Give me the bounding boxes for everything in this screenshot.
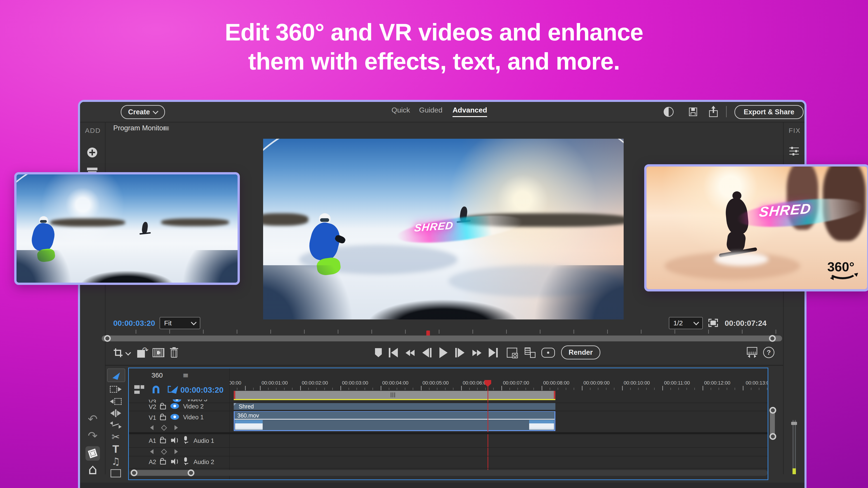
track-header-v1[interactable]: V1 Video 1	[129, 411, 229, 432]
text-tool[interactable]: T	[107, 444, 124, 454]
mic-icon[interactable]	[182, 435, 189, 445]
timeline-lanes: :00:0000:00:01:0000:00:02:0000:00:03:000…	[230, 380, 768, 480]
help-icon[interactable]: ?	[763, 346, 775, 359]
h-zoom-handle-right[interactable]	[188, 469, 194, 476]
track-header-v2[interactable]: V2 Video 2	[129, 402, 229, 411]
fast-forward-icon[interactable]	[471, 348, 483, 358]
add-keyframe-icon[interactable]	[160, 449, 167, 455]
export-share-button[interactable]: Export & Share	[735, 105, 804, 119]
adjustments-sliders-icon[interactable]	[789, 146, 800, 156]
work-area-bar[interactable]	[234, 391, 555, 399]
snap-magnet-icon[interactable]	[151, 384, 161, 395]
track-header-a1[interactable]: A1 Audio 1	[129, 434, 229, 447]
meter-handle[interactable]	[791, 422, 797, 425]
h-zoom-handle-left[interactable]	[131, 469, 137, 476]
home-icon[interactable]: ⌂	[86, 462, 99, 476]
save-icon[interactable]	[688, 106, 699, 117]
prev-keyframe-icon[interactable]	[148, 449, 155, 455]
rewind-icon[interactable]	[404, 348, 416, 358]
render-button[interactable]: Render	[561, 346, 600, 359]
panel-menu-icon[interactable]: ≡	[163, 124, 170, 133]
add-media-icon[interactable]	[87, 147, 98, 158]
prev-keyframe-icon[interactable]	[148, 425, 155, 431]
chevron-down-icon	[153, 108, 158, 114]
rotate-icon[interactable]: ↷	[136, 347, 149, 359]
contrast-icon[interactable]	[663, 106, 674, 117]
track-header-v3[interactable]: V3 Video 3	[129, 399, 229, 402]
timeline-timecode[interactable]: 00:00:03:20	[180, 385, 223, 394]
eye-icon[interactable]	[173, 399, 181, 402]
eye-icon[interactable]	[170, 414, 179, 420]
go-to-start-icon[interactable]	[387, 347, 400, 358]
track-select-left-tool[interactable]	[107, 396, 124, 407]
play-icon[interactable]	[438, 347, 448, 358]
nadir-vignette	[17, 250, 238, 283]
next-keyframe-icon[interactable]	[173, 425, 180, 431]
selection-follows-playhead-icon[interactable]	[167, 384, 179, 395]
ruler-tick-label: 00:00:12:00	[704, 380, 730, 386]
timeline-ruler[interactable]: :00:0000:00:01:0000:00:02:0000:00:03:000…	[230, 380, 768, 390]
timeline-h-scrollbar[interactable]	[129, 470, 768, 476]
timeline-v-scrollbar[interactable]	[770, 408, 775, 440]
frame-back-icon[interactable]	[421, 347, 433, 358]
view-page-select[interactable]: 1/2	[669, 317, 703, 329]
zoom-level-select[interactable]: Fit	[160, 317, 200, 329]
create-button[interactable]: Create	[121, 105, 165, 119]
playhead-line[interactable]	[488, 380, 488, 470]
undo-icon[interactable]: ↶	[86, 413, 99, 425]
add-marker-icon[interactable]	[374, 347, 383, 358]
lock-icon[interactable]	[160, 416, 166, 420]
lock-icon[interactable]	[160, 460, 166, 464]
timeline-tab-360[interactable]: 360	[151, 371, 163, 379]
frame-forward-icon[interactable]	[454, 347, 466, 358]
shape-tool[interactable]	[107, 468, 124, 479]
mic-icon[interactable]	[182, 457, 189, 466]
crop-options-chevron-icon[interactable]	[124, 350, 132, 357]
track-id: V2	[149, 403, 156, 411]
monitor-seek-bar[interactable]	[102, 335, 782, 341]
headline-line1: Edit 360° and VR videos and enhance	[0, 18, 868, 47]
create-clip-icon[interactable]	[524, 347, 537, 359]
lock-icon[interactable]	[160, 439, 166, 443]
clip-shred-label: Shred	[234, 402, 555, 410]
timeline-menu-icon[interactable]: ≡	[183, 371, 189, 380]
freeze-frame-icon[interactable]	[505, 347, 519, 359]
slip-slide-tool[interactable]	[107, 420, 124, 430]
lock-icon[interactable]	[160, 405, 166, 410]
work-area-underline	[234, 399, 555, 400]
seek-handle-right[interactable]	[769, 335, 776, 342]
track-layout-icon[interactable]	[133, 385, 145, 394]
tab-guided[interactable]: Guided	[419, 106, 442, 114]
clip-shred[interactable]: Shred	[234, 402, 555, 410]
ruler-tick-label: 00:00:08:00	[543, 380, 569, 386]
go-to-end-icon[interactable]	[487, 347, 500, 358]
fullscreen-icon[interactable]	[707, 317, 719, 329]
next-keyframe-icon[interactable]	[173, 449, 180, 455]
monitor-timecode[interactable]: 00:00:03:20	[113, 319, 155, 328]
vr-view-icon[interactable]	[541, 347, 555, 358]
trim-tool[interactable]	[107, 408, 124, 419]
share-icon[interactable]	[708, 105, 719, 118]
track-header-a2[interactable]: A2 Audio 2	[129, 456, 229, 468]
panel-divider	[105, 365, 783, 366]
zoom-tool-icon[interactable]	[746, 346, 758, 359]
tab-quick[interactable]: Quick	[392, 106, 410, 114]
add-keyframe-icon[interactable]	[160, 425, 167, 431]
speaker-icon[interactable]	[170, 457, 179, 466]
video-editor-mode-icon[interactable]	[86, 446, 100, 461]
tab-advanced[interactable]: Advanced	[453, 106, 487, 117]
time-stretch-icon[interactable]	[152, 347, 165, 359]
selection-tool[interactable]	[107, 368, 125, 382]
redo-icon[interactable]: ↷	[86, 430, 99, 442]
seek-handle-left[interactable]	[104, 335, 111, 342]
music-remix-tool[interactable]: ♫	[107, 456, 124, 466]
speaker-icon[interactable]	[170, 436, 179, 445]
crop-icon[interactable]	[112, 347, 124, 359]
eye-icon[interactable]	[170, 403, 179, 409]
view-page-value: 1/2	[673, 319, 683, 327]
delete-icon[interactable]	[168, 346, 180, 359]
clip-360mov[interactable]: 360.mov	[234, 411, 555, 431]
render-button-label: Render	[569, 348, 593, 357]
track-select-right-tool[interactable]	[107, 384, 124, 395]
razor-tool[interactable]: ✂	[107, 431, 124, 442]
